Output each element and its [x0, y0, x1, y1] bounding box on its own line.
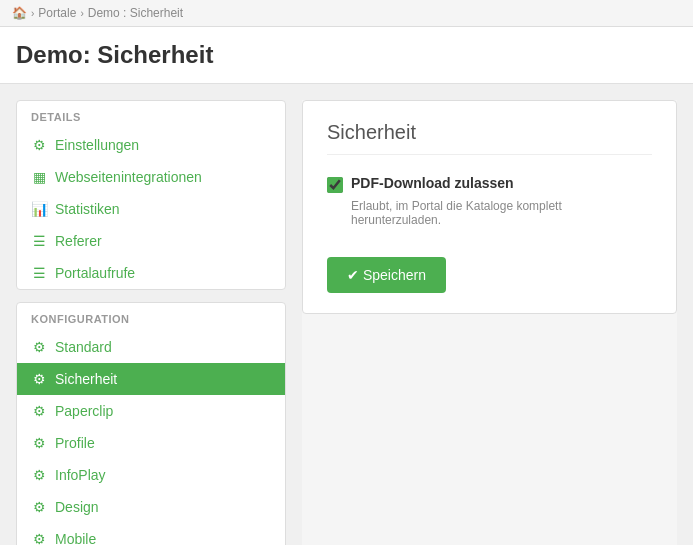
gear-icon: ⚙ [31, 467, 47, 483]
list-icon: ☰ [31, 233, 47, 249]
sidebar-item-label: Webseitenintegrationen [55, 169, 202, 185]
konfiguration-section-title: KONFIGURATION [17, 303, 285, 331]
pdf-download-label[interactable]: PDF-Download zulassen [351, 175, 514, 191]
gear-icon: ⚙ [31, 371, 47, 387]
page-title-bar: Demo: Sicherheit [0, 27, 693, 84]
sidebar-item-label: Design [55, 499, 99, 515]
pdf-download-row: PDF-Download zulassen [327, 175, 652, 193]
gear-icon: ⚙ [31, 339, 47, 355]
sidebar-item-label: Mobile [55, 531, 96, 545]
sidebar-item-label: Standard [55, 339, 112, 355]
sidebar-item-referer[interactable]: ☰ Referer [17, 225, 285, 257]
sidebar-item-label: Einstellungen [55, 137, 139, 153]
sidebar-item-label: Referer [55, 233, 102, 249]
home-icon: 🏠 [12, 6, 27, 20]
sidebar-item-standard[interactable]: ⚙ Standard [17, 331, 285, 363]
sidebar-item-mobile[interactable]: ⚙ Mobile [17, 523, 285, 545]
sidebar-item-sicherheit[interactable]: ⚙ Sicherheit [17, 363, 285, 395]
breadcrumb-portale[interactable]: Portale [38, 6, 76, 20]
sidebar-konfiguration-section: KONFIGURATION ⚙ Standard ⚙ Sicherheit ⚙ … [16, 302, 286, 545]
sidebar-item-label: Statistiken [55, 201, 120, 217]
sidebar-item-infoplay[interactable]: ⚙ InfoPlay [17, 459, 285, 491]
content-section-title: Sicherheit [327, 121, 652, 155]
grid-icon: ▦ [31, 169, 47, 185]
sidebar-item-webseitenintegrationen[interactable]: ▦ Webseitenintegrationen [17, 161, 285, 193]
sidebar-item-design[interactable]: ⚙ Design [17, 491, 285, 523]
sidebar-item-paperclip[interactable]: ⚙ Paperclip [17, 395, 285, 427]
sidebar-item-label: InfoPlay [55, 467, 106, 483]
gear-icon: ⚙ [31, 531, 47, 545]
gear-icon: ⚙ [31, 499, 47, 515]
page-title: Demo: Sicherheit [16, 41, 677, 69]
pdf-download-checkbox[interactable] [327, 177, 343, 193]
list2-icon: ☰ [31, 265, 47, 281]
sidebar-details-section: DETAILS ⚙ Einstellungen ▦ Webseiteninteg… [16, 100, 286, 290]
sidebar-item-einstellungen[interactable]: ⚙ Einstellungen [17, 129, 285, 161]
sidebar-item-label: Sicherheit [55, 371, 117, 387]
gear-icon: ⚙ [31, 435, 47, 451]
pdf-download-description: Erlaubt, im Portal die Kataloge komplett… [351, 199, 652, 227]
sidebar-item-statistiken[interactable]: 📊 Statistiken [17, 193, 285, 225]
sidebar-item-profile[interactable]: ⚙ Profile [17, 427, 285, 459]
breadcrumb-separator-1: › [31, 8, 34, 19]
sidebar-item-label: Paperclip [55, 403, 113, 419]
sidebar-item-label: Profile [55, 435, 95, 451]
gear-icon: ⚙ [31, 137, 47, 153]
main-layout: DETAILS ⚙ Einstellungen ▦ Webseiteninteg… [0, 84, 693, 545]
content-area: Sicherheit PDF-Download zulassen Erlaubt… [302, 100, 677, 545]
sidebar-item-label: Portalaufrufe [55, 265, 135, 281]
chart-icon: 📊 [31, 201, 47, 217]
breadcrumb: 🏠 › Portale › Demo : Sicherheit [0, 0, 693, 27]
content-panel: Sicherheit PDF-Download zulassen Erlaubt… [302, 100, 677, 314]
breadcrumb-current: Demo : Sicherheit [88, 6, 183, 20]
gear-icon: ⚙ [31, 403, 47, 419]
save-button[interactable]: ✔ Speichern [327, 257, 446, 293]
details-section-title: DETAILS [17, 101, 285, 129]
breadcrumb-separator-2: › [80, 8, 83, 19]
sidebar: DETAILS ⚙ Einstellungen ▦ Webseiteninteg… [16, 100, 286, 545]
sidebar-item-portalaufrufe[interactable]: ☰ Portalaufrufe [17, 257, 285, 289]
